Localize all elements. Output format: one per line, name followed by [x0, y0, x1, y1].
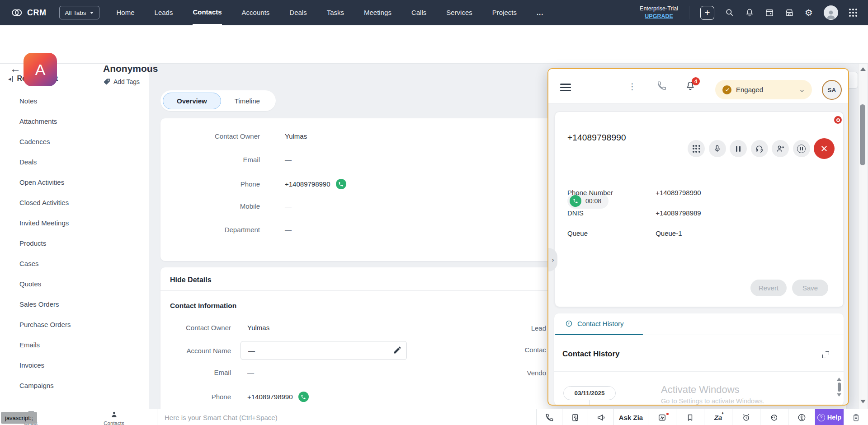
contacts-label: Contacts: [101, 420, 127, 425]
alarm-reminder-icon[interactable]: [732, 409, 760, 425]
save-button[interactable]: Save: [792, 280, 828, 296]
add-tags-button[interactable]: Add Tags: [103, 78, 158, 85]
field-label: Email: [160, 369, 231, 376]
call-phone-icon[interactable]: [336, 179, 346, 189]
upgrade-link[interactable]: UPGRADE: [640, 13, 678, 20]
call-phone-icon[interactable]: [298, 392, 309, 402]
scroll-down-arrow[interactable]: [837, 393, 841, 397]
smart-chat-input[interactable]: [157, 409, 536, 425]
history-tab-bar: Contact History: [554, 313, 844, 335]
bookmark-tag-icon[interactable]: [676, 409, 704, 425]
sidebar-item-invoices[interactable]: Invoices: [0, 355, 149, 375]
page-scroll-down-arrow[interactable]: [860, 400, 866, 403]
help-button[interactable]: ? Help: [815, 409, 844, 425]
call-field-queue: Queue Queue-1: [567, 229, 682, 237]
sidebar-item-open-activities[interactable]: Open Activities: [0, 172, 149, 192]
mute-mic-icon[interactable]: [709, 140, 726, 157]
search-icon[interactable]: [725, 8, 734, 17]
sidebar-item-closed-activities[interactable]: Closed Activities: [0, 192, 149, 213]
sidebar-item-sales-orders[interactable]: Sales Orders: [0, 294, 149, 314]
phone-tool-icon[interactable]: [536, 409, 562, 425]
marketplace-icon[interactable]: [785, 8, 794, 17]
end-call-button[interactable]: [814, 138, 835, 159]
softphone-icon[interactable]: [657, 81, 667, 91]
settings-gear-icon[interactable]: ⚙: [805, 8, 813, 17]
edit-pencil-icon[interactable]: [393, 346, 402, 355]
sidebar-item-campaigns[interactable]: Campaigns: [0, 375, 149, 396]
summary-row-mobile: Mobile —: [160, 202, 540, 210]
all-tabs-dropdown[interactable]: All Tabs: [59, 6, 99, 19]
nav-tab-accounts[interactable]: Accounts: [242, 0, 270, 25]
agent-avatar[interactable]: SA: [822, 80, 842, 100]
sidebar-item-cases[interactable]: Cases: [0, 253, 149, 274]
announcement-megaphone-icon[interactable]: [588, 409, 613, 425]
sidebar-item-cadences[interactable]: Cadences: [0, 131, 149, 152]
tab-overview[interactable]: Overview: [163, 93, 221, 109]
clipboard-icon[interactable]: [844, 409, 868, 425]
record-pause-icon[interactable]: [793, 140, 810, 157]
accessibility-icon[interactable]: [788, 409, 815, 425]
field-label: Account Name: [160, 347, 231, 355]
feedback-doc-icon[interactable]: [562, 409, 588, 425]
account-name-input[interactable]: [241, 341, 407, 360]
back-arrow-icon[interactable]: ←: [10, 63, 21, 74]
notifications-bell-icon[interactable]: [745, 8, 754, 17]
crm-logo[interactable]: CRM: [12, 8, 47, 18]
history-date-chip[interactable]: 03/11/2025: [563, 386, 616, 400]
transfer-call-icon[interactable]: [772, 140, 789, 157]
contacts-dock-item[interactable]: Contacts: [101, 411, 127, 425]
field-value: —: [285, 156, 292, 163]
zoho-logo-icon: [12, 9, 24, 17]
nav-tab-meetings[interactable]: Meetings: [364, 0, 392, 25]
nav-tab-leads[interactable]: Leads: [155, 0, 173, 25]
nav-tab-services[interactable]: Services: [446, 0, 472, 25]
kebab-menu-icon[interactable]: ⋮: [628, 81, 637, 92]
ask-zia-button[interactable]: Ask Zia: [613, 409, 648, 425]
sidebar-item-quotes[interactable]: Quotes: [0, 274, 149, 294]
sidebar-item-notes[interactable]: Notes: [0, 91, 149, 111]
menu-hamburger-icon[interactable]: [560, 84, 571, 91]
field-label: Email: [160, 156, 260, 163]
tab-contact-history[interactable]: Contact History: [565, 320, 624, 327]
zia-insights-icon[interactable]: [648, 409, 676, 425]
page-scroll-thumb[interactable]: [860, 104, 865, 165]
apps-grid-icon[interactable]: [849, 9, 857, 17]
sidebar-item-invited-meetings[interactable]: Invited Meetings: [0, 213, 149, 233]
hide-details-toggle[interactable]: Hide Details: [170, 276, 212, 284]
sidebar-item-attachments[interactable]: Attachments: [0, 111, 149, 131]
nav-tab-projects[interactable]: Projects: [492, 0, 517, 25]
detail-row-email: Email —: [160, 369, 254, 376]
hold-pause-icon[interactable]: [730, 140, 747, 157]
sidebar-item-products[interactable]: Products: [0, 233, 149, 253]
field-value: Queue-1: [656, 229, 682, 237]
scroll-thumb[interactable]: [838, 383, 841, 392]
detail-row-phone: Phone +14089798990: [160, 392, 309, 402]
page-scroll-up-arrow[interactable]: [860, 67, 866, 71]
brand-label: CRM: [27, 8, 47, 18]
zia-sketch-icon[interactable]: Za✦: [704, 409, 732, 425]
collapse-sidebar-icon[interactable]: ◂: [8, 76, 13, 82]
nav-tab-home[interactable]: Home: [117, 0, 135, 25]
headset-monitor-icon[interactable]: [751, 140, 768, 157]
nav-tab-calls[interactable]: Calls: [411, 0, 426, 25]
sidebar-item-emails[interactable]: Emails: [0, 335, 149, 355]
revert-button[interactable]: Revert: [750, 280, 787, 296]
sidebar-item-deals[interactable]: Deals: [0, 152, 149, 172]
person-icon: [110, 411, 118, 418]
sidebar-item-purchase-orders[interactable]: Purchase Orders: [0, 314, 149, 335]
calendar-icon[interactable]: [765, 8, 774, 17]
nav-more-button[interactable]: ...: [537, 0, 544, 25]
user-avatar[interactable]: [824, 5, 838, 20]
nav-tab-tasks[interactable]: Tasks: [327, 0, 344, 25]
tab-timeline[interactable]: Timeline: [221, 93, 274, 109]
active-call-card: +14089798990: [555, 112, 844, 307]
summary-row-email: Email —: [160, 156, 540, 163]
history-clock-icon[interactable]: [760, 409, 788, 425]
expand-icon[interactable]: [822, 351, 829, 358]
quick-create-button[interactable]: +: [700, 6, 714, 20]
dialpad-icon[interactable]: [688, 140, 705, 157]
nav-tab-contacts[interactable]: Contacts: [193, 0, 222, 25]
nav-tab-deals[interactable]: Deals: [289, 0, 307, 25]
agent-status-dropdown[interactable]: Engaged: [715, 80, 812, 99]
scroll-up-arrow[interactable]: [837, 378, 841, 381]
